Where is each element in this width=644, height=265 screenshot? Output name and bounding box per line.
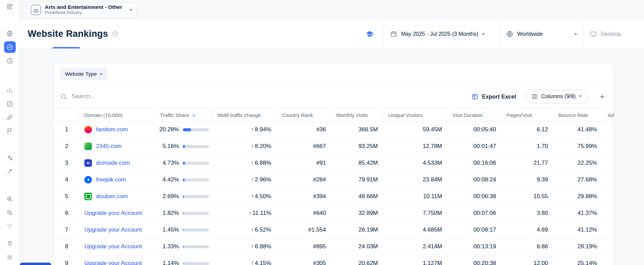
up-arrow-icon: ↑ bbox=[251, 244, 254, 249]
domain-cell: dcdcinside.com bbox=[80, 155, 155, 172]
domain-link[interactable]: 2345.com bbox=[96, 143, 122, 150]
rank-cell: 3 bbox=[54, 155, 80, 172]
upgrade-account-link[interactable]: Upgrade your Account bbox=[84, 243, 142, 250]
monthly-visits-cell: 48.66M bbox=[332, 188, 384, 205]
table-row[interactable]: 1fandom.com20.28%↑8.94%#36366.5M59.45M00… bbox=[54, 121, 614, 138]
bottom-left-accent bbox=[20, 263, 51, 265]
mom-change-cell: ↑6.88% bbox=[213, 155, 277, 172]
table-row[interactable]: 9Upgrade your Account1.14%↑4.15%#30520.6… bbox=[54, 255, 614, 265]
pages-per-visit-cell: 3.80 bbox=[502, 205, 554, 222]
traffic-share-value: 4.42% bbox=[158, 176, 179, 183]
table-row[interactable]: 22345.com5.16%↑8.20%#66793.25M12.78M00:0… bbox=[54, 138, 614, 155]
add-column-button[interactable] bbox=[597, 91, 607, 102]
traffic-share-wrap: 1.14% bbox=[155, 260, 213, 265]
columns-selector[interactable]: Columns (9/9) bbox=[525, 90, 588, 103]
table-row[interactable]: 6Upgrade your Account1.82%↑11.11%#64032.… bbox=[54, 205, 614, 222]
traffic-share-cell: 4.42% bbox=[155, 172, 213, 188]
unique-visitors-column-header[interactable]: Unique Visitors bbox=[384, 109, 448, 121]
sidebar-item-rankings[interactable] bbox=[4, 98, 16, 109]
sidebar-item-settings[interactable] bbox=[4, 251, 16, 263]
country-rank-column-header[interactable]: Country Rank bbox=[277, 109, 332, 121]
bounce-rate-cell: 41.12% bbox=[554, 222, 603, 238]
visit-duration-cell: 00:08:24 bbox=[448, 172, 502, 188]
country-rank-cell: #895 bbox=[277, 238, 332, 255]
rankings-card: Website Type Export Excel bbox=[53, 63, 614, 265]
domain-link[interactable]: freepik.com bbox=[96, 176, 126, 183]
page-header: Website Rankings May 2025 - Jul 2025 (3 … bbox=[20, 20, 644, 48]
pages-per-visit-column-header[interactable]: Pages/Visit bbox=[502, 109, 554, 121]
traffic-share-bar-fill bbox=[183, 212, 183, 215]
app-switcher-icon[interactable] bbox=[4, 1, 16, 12]
unique-visitors-cell: 2.414M bbox=[384, 238, 448, 255]
monthly-visits-cell: 24.03M bbox=[332, 238, 384, 255]
traffic-share-value: 4.73% bbox=[158, 160, 179, 166]
bounce-rate-column-header[interactable]: Bounce Rate bbox=[554, 109, 603, 121]
monthly-visits-column-header[interactable]: Monthly Visits bbox=[332, 109, 384, 121]
sidebar-item-website-overview[interactable] bbox=[4, 28, 16, 39]
traffic-share-column-header[interactable]: Traffic Share bbox=[155, 109, 213, 121]
info-icon[interactable] bbox=[112, 31, 118, 37]
domain-link[interactable]: douban.com bbox=[96, 193, 128, 200]
pie-chart-icon bbox=[6, 57, 13, 64]
table-row[interactable]: 3dcdcinside.com4.73%↑6.88%#9185.42M4.533… bbox=[54, 155, 614, 172]
top-bar: Arts and Entertainment - Other Predefine… bbox=[20, 0, 644, 20]
traffic-share-value: 1.33% bbox=[158, 243, 179, 250]
upgrade-account-link[interactable]: Upgrade your Account bbox=[84, 226, 142, 233]
ad-cell bbox=[603, 222, 614, 238]
sidebar-item-keyword-research[interactable] bbox=[4, 193, 16, 205]
content-area: Website Type Export Excel bbox=[20, 48, 644, 265]
ad-cell bbox=[603, 155, 614, 172]
industry-icon bbox=[31, 5, 41, 15]
table-row[interactable]: 7Upgrade your Account1.45%↑6.52%#1,55426… bbox=[54, 222, 614, 238]
domain-link[interactable]: fandom.com bbox=[96, 126, 128, 133]
industry-title: Arts and Entertainment - Other bbox=[45, 4, 122, 10]
upgrade-account-link[interactable]: Upgrade your Account bbox=[84, 210, 142, 217]
mom-change-cell: ↑8.94% bbox=[213, 121, 277, 138]
date-range-selector[interactable]: May 2025 - Jul 2025 (3 Months) bbox=[383, 20, 499, 48]
country-rank-cell: #284 bbox=[277, 172, 332, 188]
table-row[interactable]: 4freepik.com4.42%↑2.96%#28479.91M23.84M0… bbox=[54, 172, 614, 188]
visit-duration-column-header[interactable]: Visit Duration bbox=[448, 109, 502, 121]
sidebar-item-integrations[interactable] bbox=[4, 238, 16, 249]
traffic-share-bar bbox=[183, 212, 209, 215]
region-selector[interactable]: Worldwide bbox=[499, 20, 583, 48]
search-box bbox=[60, 93, 467, 100]
domain-cell: fandom.com bbox=[80, 121, 155, 138]
ad-column-header[interactable]: Ad bbox=[603, 109, 614, 121]
rank-column-header bbox=[54, 109, 80, 121]
sidebar-item-segments[interactable] bbox=[4, 220, 16, 232]
sort-descending-icon[interactable] bbox=[191, 113, 196, 118]
industry-selector[interactable]: Arts and Entertainment - Other Predefine… bbox=[26, 2, 137, 18]
bounce-rate-cell: 41.48% bbox=[554, 121, 603, 138]
search-input[interactable] bbox=[72, 93, 467, 100]
sidebar-item-research-intelligence[interactable] bbox=[4, 207, 16, 218]
academy-icon[interactable] bbox=[365, 20, 383, 48]
unique-visitors-cell: 1.127M bbox=[384, 255, 448, 265]
domain-link[interactable]: dcinside.com bbox=[96, 160, 130, 166]
up-arrow-icon: ↑ bbox=[251, 160, 254, 166]
website-type-filter[interactable]: Website Type bbox=[60, 68, 107, 80]
sidebar-item-website-analysis-active[interactable] bbox=[4, 41, 16, 53]
visit-duration-cell: 00:16:06 bbox=[448, 155, 502, 172]
table-row[interactable]: 8Upgrade your Account1.33%↑6.88%#89524.0… bbox=[54, 238, 614, 255]
sidebar-item-saved-reports[interactable] bbox=[4, 125, 16, 137]
visit-duration-cell: 00:20:38 bbox=[448, 255, 502, 265]
upgrade-account-link[interactable]: Upgrade your Account bbox=[84, 260, 142, 265]
sidebar-item-ai-assistant[interactable] bbox=[4, 152, 16, 163]
table-row[interactable]: 5douban.com2.69%↑4.50%#39448.66M10.11M00… bbox=[54, 188, 614, 205]
sidebar-item-smart-insights[interactable] bbox=[4, 165, 16, 177]
sidebar-item-affiliates[interactable] bbox=[4, 112, 16, 123]
sidebar-item-benchmarking[interactable] bbox=[4, 84, 16, 96]
up-arrow-icon: ↑ bbox=[249, 210, 251, 216]
mom-change-cell: ↑4.15% bbox=[213, 255, 277, 265]
country-rank-cell: #640 bbox=[277, 205, 332, 222]
mom-change-column-header[interactable]: MoM traffic change bbox=[213, 109, 277, 121]
sidebar bbox=[0, 0, 20, 265]
domain-column-header[interactable]: Domain (10,000) bbox=[80, 109, 155, 121]
export-excel-button[interactable]: Export Excel bbox=[471, 93, 516, 100]
unique-visitors-cell: 59.45M bbox=[384, 121, 448, 138]
sidebar-group-ai bbox=[4, 152, 16, 177]
active-tab-indicator bbox=[53, 47, 80, 48]
rankings-table-body: 1fandom.com20.28%↑8.94%#36366.5M59.45M00… bbox=[54, 121, 614, 265]
sidebar-item-market-overview[interactable] bbox=[4, 55, 16, 67]
